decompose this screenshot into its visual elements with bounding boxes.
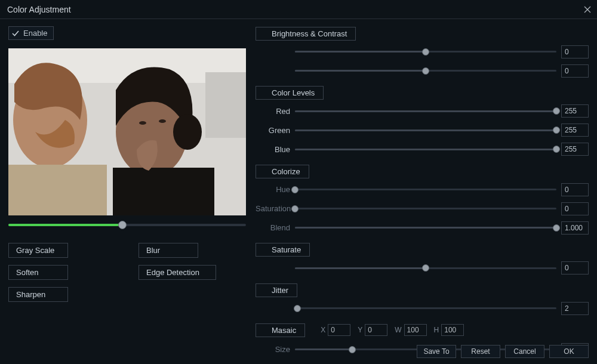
blur-button[interactable]: Blur bbox=[139, 243, 198, 258]
blend-label: Blend bbox=[256, 223, 295, 232]
save-to-button[interactable]: Save To bbox=[417, 345, 456, 358]
gray-scale-button[interactable]: Gray Scale bbox=[8, 243, 68, 258]
saturation-slider[interactable] bbox=[295, 204, 556, 214]
jitter-value[interactable] bbox=[561, 302, 589, 315]
blue-value[interactable] bbox=[561, 143, 589, 156]
svg-rect-9 bbox=[113, 168, 214, 215]
hue-value[interactable] bbox=[561, 183, 589, 196]
svg-point-11 bbox=[159, 119, 166, 123]
green-slider[interactable] bbox=[295, 125, 556, 135]
close-icon bbox=[584, 6, 591, 13]
brightness-value[interactable] bbox=[561, 45, 589, 58]
red-label: Red bbox=[256, 107, 295, 116]
red-value[interactable] bbox=[561, 104, 589, 118]
edge-detection-button[interactable]: Edge Detection bbox=[139, 265, 216, 280]
color-levels-header[interactable]: Color Levels bbox=[256, 86, 324, 100]
svg-point-10 bbox=[139, 121, 146, 125]
saturate-header[interactable]: Saturate bbox=[256, 243, 310, 257]
saturate-slider[interactable] bbox=[295, 263, 556, 273]
close-button[interactable] bbox=[583, 5, 592, 14]
mosaic-x-input[interactable] bbox=[328, 324, 350, 336]
reset-button[interactable]: Reset bbox=[461, 345, 500, 358]
blue-slider[interactable] bbox=[295, 144, 556, 154]
mosaic-w-label: W bbox=[395, 326, 401, 334]
check-icon bbox=[11, 29, 20, 38]
saturation-label: Saturation bbox=[256, 204, 295, 213]
contrast-slider[interactable] bbox=[295, 66, 556, 76]
saturate-value[interactable] bbox=[561, 261, 589, 274]
mosaic-h-label: H bbox=[434, 326, 439, 334]
svg-rect-6 bbox=[8, 165, 107, 215]
mosaic-w-input[interactable] bbox=[404, 324, 427, 336]
green-label: Green bbox=[256, 126, 295, 135]
mosaic-h-input[interactable] bbox=[441, 324, 464, 336]
svg-rect-4 bbox=[205, 72, 246, 138]
ok-button[interactable]: OK bbox=[549, 345, 589, 358]
title-bar: Color Adjustment bbox=[0, 0, 597, 19]
hue-slider[interactable] bbox=[295, 185, 556, 195]
svg-point-8 bbox=[173, 114, 202, 150]
jitter-header[interactable]: Jitter bbox=[256, 283, 297, 297]
blue-label: Blue bbox=[256, 145, 295, 154]
cancel-button[interactable]: Cancel bbox=[505, 345, 544, 358]
red-slider[interactable] bbox=[295, 106, 556, 116]
enable-label: Enable bbox=[23, 29, 47, 38]
brightness-contrast-header[interactable]: Brightness & Contrast bbox=[256, 27, 356, 41]
preview-slider[interactable] bbox=[8, 220, 246, 230]
mosaic-y-input[interactable] bbox=[365, 324, 387, 336]
colorize-header[interactable]: Colorize bbox=[256, 165, 309, 178]
hue-label: Hue bbox=[256, 185, 295, 194]
soften-button[interactable]: Soften bbox=[8, 265, 68, 280]
saturation-value[interactable] bbox=[561, 202, 589, 215]
blend-value[interactable] bbox=[561, 221, 589, 235]
contrast-value[interactable] bbox=[561, 64, 589, 78]
preview-image bbox=[8, 48, 246, 215]
window-title: Color Adjustment bbox=[7, 5, 71, 14]
blend-slider[interactable] bbox=[295, 223, 556, 233]
sharpen-button[interactable]: Sharpen bbox=[8, 287, 68, 302]
mosaic-x-label: X bbox=[321, 326, 325, 334]
mosaic-y-label: Y bbox=[358, 326, 362, 334]
footer-buttons: Save To Reset Cancel OK bbox=[417, 345, 589, 358]
enable-checkbox[interactable]: Enable bbox=[8, 26, 54, 40]
brightness-slider[interactable] bbox=[295, 47, 556, 57]
mosaic-size-label: Size bbox=[256, 345, 295, 354]
jitter-slider[interactable] bbox=[295, 304, 556, 313]
green-value[interactable] bbox=[561, 124, 589, 137]
mosaic-header[interactable]: Masaic bbox=[256, 323, 305, 337]
